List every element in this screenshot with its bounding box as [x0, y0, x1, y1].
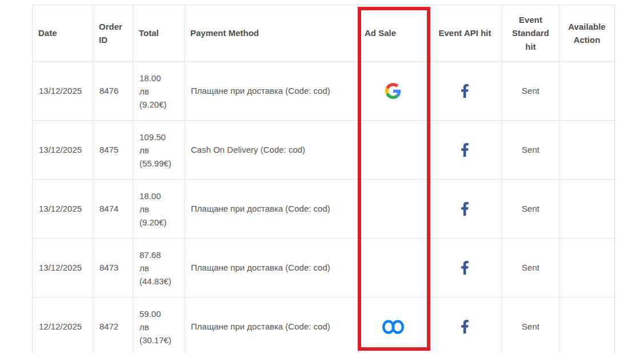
total-line: лв — [139, 261, 178, 275]
column-header-order_id: Order ID — [93, 5, 133, 62]
cell-date: 13/12/2025 — [33, 180, 93, 239]
total-line: (9.20€) — [139, 98, 178, 111]
total-line: лв — [139, 144, 178, 157]
orders-events-screen: DateOrder IDTotalPayment MethodAd SaleEv… — [0, 0, 644, 353]
cell-order-id: 8473 — [93, 239, 133, 298]
cell-event-api-hit — [428, 180, 502, 239]
column-header-ad_sale: Ad Sale — [359, 5, 428, 62]
cell-available-action — [559, 121, 615, 180]
cell-event-api-hit — [428, 121, 502, 180]
total-line: 87.68 — [139, 248, 178, 261]
cell-event-standard-hit: Sent — [502, 298, 559, 353]
cell-order-id: 8476 — [93, 62, 133, 121]
cell-ad-sale — [359, 298, 428, 353]
cell-total: 87.68лв(44.83€) — [133, 239, 185, 298]
cell-payment-method: Cash On Delivery (Code: cod) — [185, 121, 359, 180]
cell-order-id: 8475 — [93, 121, 133, 180]
column-header-available_action: Available Action — [559, 5, 615, 62]
cell-total: 18.00лв(9.20€) — [133, 180, 185, 239]
cell-ad-sale — [359, 239, 428, 298]
google-logo-icon — [385, 83, 401, 99]
facebook-f-icon — [461, 202, 469, 216]
cell-ad-sale — [359, 62, 428, 121]
cell-event-standard-hit: Sent — [502, 239, 559, 298]
cell-ad-sale — [359, 180, 428, 239]
cell-available-action — [559, 180, 615, 239]
facebook-f-icon — [461, 143, 469, 157]
cell-date: 13/12/2025 — [33, 239, 93, 298]
total-line: (55.99€) — [139, 157, 178, 170]
cell-event-standard-hit: Sent — [502, 121, 559, 180]
column-header-total: Total — [133, 5, 185, 62]
cell-event-api-hit — [428, 62, 502, 121]
total-line: 18.00 — [139, 189, 178, 203]
cell-order-id: 8474 — [93, 180, 133, 239]
meta-logo-icon — [382, 319, 405, 335]
cell-available-action — [559, 239, 615, 298]
facebook-f-icon — [461, 320, 469, 334]
total-line: (30.17€) — [139, 334, 178, 347]
cell-event-api-hit — [428, 239, 502, 298]
table-row: 13/12/2025847618.00лв(9.20€)Плащане при … — [33, 62, 615, 121]
facebook-f-icon — [461, 261, 469, 275]
total-line: (9.20€) — [139, 216, 178, 229]
cell-event-api-hit — [428, 298, 502, 353]
cell-payment-method: Плащане при доставка (Code: cod) — [185, 62, 359, 121]
orders-table: DateOrder IDTotalPayment MethodAd SaleEv… — [32, 5, 615, 353]
cell-total: 109.50лв(55.99€) — [133, 121, 185, 180]
total-line: лв — [139, 85, 178, 98]
table-row: 13/12/2025847387.68лв(44.83€)Плащане при… — [33, 239, 615, 298]
column-header-date: Date — [33, 5, 93, 62]
column-header-event_api_hit: Event API hit — [428, 5, 502, 62]
table-header-row: DateOrder IDTotalPayment MethodAd SaleEv… — [33, 5, 615, 62]
cell-order-id: 8472 — [93, 298, 133, 353]
cell-date: 12/12/2025 — [33, 298, 93, 353]
cell-total: 59.00лв(30.17€) — [133, 298, 185, 353]
total-line: (44.83€) — [139, 275, 178, 288]
cell-payment-method: Плащане при доставка (Code: cod) — [185, 180, 359, 239]
cell-payment-method: Плащане при доставка (Code: cod) — [185, 239, 359, 298]
total-line: 18.00 — [139, 72, 178, 85]
total-line: лв — [139, 320, 178, 334]
column-header-payment_method: Payment Method — [185, 5, 359, 62]
cell-available-action — [559, 298, 615, 353]
table-row: 13/12/2025847418.00лв(9.20€)Плащане при … — [33, 180, 615, 239]
total-line: 59.00 — [139, 307, 178, 320]
table-row: 13/12/20258475109.50лв(55.99€)Cash On De… — [33, 121, 615, 180]
table-row: 12/12/2025847259.00лв(30.17€)Плащане при… — [33, 298, 615, 353]
cell-date: 13/12/2025 — [33, 62, 93, 121]
cell-available-action — [559, 62, 615, 121]
facebook-f-icon — [461, 84, 469, 98]
cell-date: 13/12/2025 — [33, 121, 93, 180]
cell-total: 18.00лв(9.20€) — [133, 62, 185, 121]
total-line: 109.50 — [139, 130, 178, 144]
cell-event-standard-hit: Sent — [502, 62, 559, 121]
cell-ad-sale — [359, 121, 428, 180]
column-header-event_standard_hit: Event Standard hit — [502, 5, 559, 62]
cell-payment-method: Плащане при доставка (Code: cod) — [185, 298, 359, 353]
cell-event-standard-hit: Sent — [502, 180, 559, 239]
total-line: лв — [139, 203, 178, 216]
